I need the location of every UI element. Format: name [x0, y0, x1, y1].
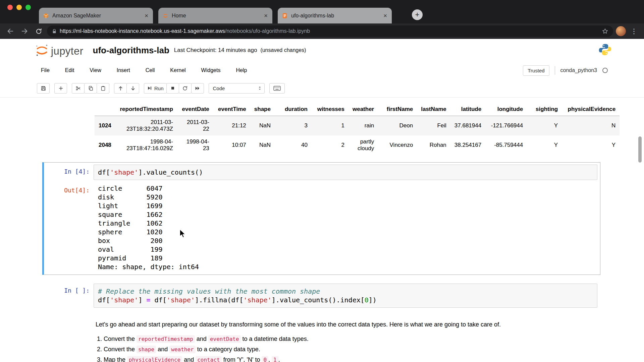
df-column-header: eventDate — [177, 103, 213, 116]
input-prompt: In [ ]: — [44, 284, 94, 308]
jupyter-logo[interactable]: jupyter — [35, 43, 84, 57]
inline-code: weather — [169, 346, 195, 353]
menu-insert[interactable]: Insert — [117, 67, 130, 73]
menu-cell[interactable]: Cell — [146, 67, 155, 73]
tab-ufo-algorithms-lab[interactable]: ufo-algorithms-lab × — [278, 8, 392, 23]
move-cell-up-button[interactable] — [114, 83, 127, 94]
profile-avatar[interactable] — [616, 26, 626, 36]
menu-edit[interactable]: Edit — [65, 67, 74, 73]
df-cell: partly cloudy — [348, 135, 378, 155]
cell-input-row: In [ ]: # Replace the missing values wit… — [44, 284, 597, 308]
inline-code: physicalEvidence — [127, 356, 182, 362]
tab-title: ufo-algorithms-lab — [291, 13, 379, 19]
df-column-header — [95, 103, 115, 116]
cell-type-value: Code — [213, 85, 257, 91]
tab-close-icon[interactable]: × — [263, 12, 268, 19]
df-cell: Y — [562, 135, 620, 155]
df-cell: 1 — [312, 116, 348, 136]
df-cell: 37.681944 — [450, 116, 485, 136]
text-segment: and — [182, 356, 196, 362]
notebook-area: reportedTimestampeventDateeventTimeshape… — [0, 98, 644, 362]
df-column-header: firstName — [378, 103, 417, 116]
zoom-window-button[interactable] — [25, 5, 31, 10]
code-cell-4[interactable]: In [4]: df['shape'].value_counts() Out[4… — [42, 162, 600, 275]
menu-view[interactable]: View — [90, 67, 101, 73]
minimize-window-button[interactable] — [16, 5, 22, 10]
df-cell: 1998-04-23 — [177, 135, 213, 155]
menu-help[interactable]: Help — [236, 67, 247, 73]
code-editor[interactable]: # Replace the missing values with the mo… — [94, 284, 597, 308]
code-editor[interactable]: df['shape'].value_counts() — [94, 165, 597, 180]
bookmark-star-icon[interactable] — [602, 28, 608, 35]
df-cell: 2011-03-22 — [177, 116, 213, 136]
new-tab-button[interactable]: + — [412, 9, 423, 20]
python-logo-icon — [598, 43, 612, 58]
menu-widgets[interactable]: Widgets — [201, 67, 221, 73]
df-column-header: shape — [250, 103, 275, 116]
df-cell: Rohan — [417, 135, 450, 155]
menu-file[interactable]: File — [41, 67, 50, 73]
interrupt-kernel-button[interactable] — [166, 83, 179, 94]
code-token: ].value_counts().index[ — [272, 296, 365, 304]
notebook-title[interactable]: ufo-algorithms-lab — [93, 45, 169, 56]
cut-cell-button[interactable] — [72, 83, 85, 94]
code-cell-empty[interactable]: In [ ]: # Replace the missing values wit… — [42, 281, 600, 311]
cell-type-select[interactable]: Code — [209, 83, 265, 94]
copy-cell-button[interactable] — [84, 83, 97, 94]
text-segment: , — [268, 356, 272, 362]
browser-menu-icon[interactable]: ⋮ — [629, 27, 639, 35]
address-bar[interactable]: https://ml-labs-notebook-instance.notebo… — [47, 25, 613, 37]
add-cell-button[interactable] — [54, 83, 67, 94]
tab-amazon-sagemaker[interactable]: Amazon SageMaker × — [39, 8, 153, 23]
inline-code: reportedTimestamp — [137, 335, 195, 343]
df-column-header: weather — [348, 103, 378, 116]
browser-tabs: Amazon SageMaker × Home × ufo-algorithms… — [39, 8, 392, 23]
markdown-list: Convert the reportedTimestamp and eventD… — [96, 335, 592, 362]
dataframe-table: reportedTimestampeventDateeventTimeshape… — [95, 103, 620, 155]
command-palette-button[interactable] — [269, 83, 285, 94]
move-cell-down-button[interactable] — [126, 83, 139, 94]
code-token: df[ — [151, 296, 167, 304]
restart-run-all-button[interactable] — [191, 83, 204, 94]
df-column-header: sighting — [527, 103, 562, 116]
code-token: 'shape' — [110, 168, 138, 176]
back-icon[interactable] — [5, 25, 16, 37]
tab-close-icon[interactable]: × — [144, 12, 149, 19]
trusted-button[interactable]: Trusted — [523, 65, 549, 76]
df-cell: NaN — [250, 116, 275, 136]
df-cell: -85.759444 — [485, 135, 527, 155]
run-button-label: Run — [154, 85, 164, 91]
cell-output-text: circle 6047 disk 5920 light 1699 square … — [94, 183, 199, 272]
code-token: ]) — [369, 296, 377, 304]
mouse-cursor — [179, 229, 187, 239]
paste-cell-button[interactable] — [97, 83, 109, 94]
inline-code: 0 — [262, 356, 268, 362]
page-scrollbar-thumb[interactable] — [638, 136, 642, 163]
df-cell: rain — [348, 116, 378, 136]
code-line: df['shape'] = df['shape'].fillna(df['sha… — [98, 296, 593, 304]
menu-kernel[interactable]: Kernel — [170, 67, 185, 73]
close-window-button[interactable] — [7, 5, 13, 10]
screen: Amazon SageMaker × Home × ufo-algorithms… — [0, 0, 644, 362]
save-button[interactable] — [37, 83, 50, 94]
forward-icon[interactable] — [19, 25, 30, 37]
df-cell: Deon — [378, 116, 417, 136]
markdown-cell[interactable]: Let's go ahead and start preparing our d… — [96, 321, 592, 362]
df-cell: NaN — [250, 135, 275, 155]
jupyter-favicon-icon — [162, 13, 168, 19]
df-cell: Y — [527, 116, 562, 136]
run-button[interactable]: Run — [144, 83, 167, 94]
tab-home[interactable]: Home × — [158, 8, 272, 23]
notebook-toolbar: Run Code — [0, 79, 644, 98]
restart-kernel-button[interactable] — [179, 83, 192, 94]
url-path: /notebooks/ufo-algorithms-lab.ipynb — [225, 28, 310, 34]
tab-close-icon[interactable]: × — [383, 12, 388, 19]
df-column-header: witnesses — [312, 103, 348, 116]
df-column-header: latitude — [450, 103, 485, 116]
df-cell: -121.766944 — [485, 116, 527, 136]
code-token: 'shape' — [244, 296, 272, 304]
menubar-separator — [555, 66, 555, 75]
df-column-header: lastName — [417, 103, 450, 116]
text-segment: to a category data type. — [196, 346, 260, 353]
reload-icon[interactable] — [33, 25, 44, 37]
